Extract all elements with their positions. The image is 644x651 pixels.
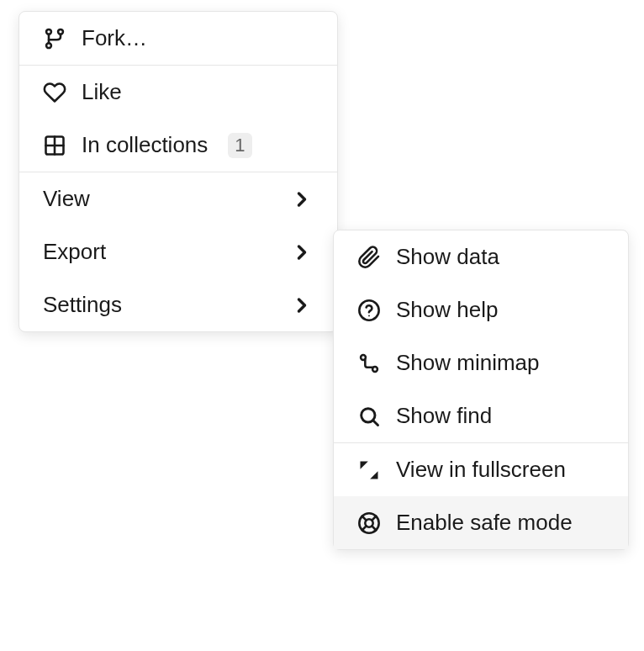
svg-line-18 [372, 516, 376, 520]
fork-icon [43, 27, 66, 50]
settings-label: Settings [43, 292, 122, 318]
search-icon [357, 405, 381, 428]
safe-mode-label: Enable safe mode [396, 510, 573, 536]
collections-count-badge: 1 [228, 133, 251, 158]
svg-point-7 [368, 315, 370, 316]
svg-marker-13 [370, 471, 377, 479]
show-data-menu-item[interactable]: Show data [334, 230, 628, 283]
fullscreen-icon [357, 458, 381, 482]
show-data-label: Show data [396, 244, 499, 270]
settings-menu-item[interactable]: Settings [19, 278, 337, 331]
show-minimap-label: Show minimap [396, 350, 540, 376]
view-label: View [43, 186, 90, 212]
fork-menu-item[interactable]: Fork… [19, 12, 337, 65]
collections-menu-item[interactable]: In collections 1 [19, 119, 337, 172]
minimap-icon [357, 352, 381, 375]
chevron-right-icon [290, 294, 314, 317]
like-menu-item[interactable]: Like [19, 66, 337, 119]
lifebuoy-icon [357, 511, 381, 535]
safe-mode-menu-item[interactable]: Enable safe mode [334, 496, 628, 549]
chevron-right-icon [290, 241, 314, 264]
svg-marker-12 [361, 461, 368, 468]
show-minimap-menu-item[interactable]: Show minimap [334, 336, 628, 389]
svg-line-16 [362, 516, 367, 520]
primary-menu: Fork… Like In collections 1 View [18, 11, 338, 332]
show-help-label: Show help [396, 297, 498, 323]
paperclip-icon [357, 246, 381, 269]
show-help-menu-item[interactable]: Show help [334, 283, 628, 336]
help-icon [357, 299, 381, 322]
chevron-right-icon [290, 188, 314, 211]
fullscreen-label: View in fullscreen [396, 457, 566, 483]
collections-label: In collections [82, 132, 208, 158]
svg-line-11 [373, 420, 378, 425]
like-label: Like [82, 79, 122, 105]
svg-line-17 [372, 526, 376, 530]
export-label: Export [43, 239, 106, 265]
collections-icon [43, 134, 66, 157]
show-find-menu-item[interactable]: Show find [334, 389, 628, 442]
fullscreen-menu-item[interactable]: View in fullscreen [334, 443, 628, 496]
secondary-menu: Show data Show help Show minimap [333, 230, 629, 550]
show-find-label: Show find [396, 403, 492, 429]
export-menu-item[interactable]: Export [19, 225, 337, 278]
fork-label: Fork… [82, 25, 147, 51]
svg-line-19 [362, 526, 367, 530]
heart-icon [43, 81, 66, 104]
view-menu-item[interactable]: View [19, 172, 337, 225]
